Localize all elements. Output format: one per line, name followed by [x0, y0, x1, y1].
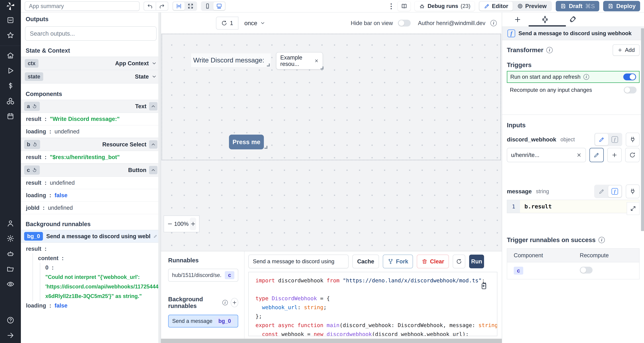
static-mode-button[interactable]	[595, 186, 608, 197]
index-node[interactable]: 0:	[45, 263, 161, 272]
workers-robot-icon[interactable]	[6, 250, 15, 258]
author-info-icon[interactable]: i	[490, 20, 497, 26]
recompute-c-toggle[interactable]	[580, 267, 592, 274]
center-align-button[interactable]	[173, 2, 185, 10]
tab-styling[interactable]	[568, 15, 577, 24]
component-b-header[interactable]: b Resource Select	[21, 138, 161, 151]
code-lines[interactable]: import discordwebhook from "https://deno…	[249, 272, 497, 336]
property-row[interactable]: result:"Write Discord message:"	[21, 113, 161, 125]
component-c-header[interactable]: c Button	[21, 164, 161, 177]
edit-resource-button[interactable]	[590, 148, 604, 162]
resize-handle[interactable]	[320, 66, 324, 70]
copy-code-icon[interactable]	[480, 282, 488, 290]
schedules-icon[interactable]	[6, 112, 15, 120]
property-row[interactable]: result:undefined	[21, 177, 161, 189]
resources-icon[interactable]	[6, 97, 15, 106]
clear-selection-icon[interactable]	[314, 58, 319, 64]
help-icon[interactable]	[6, 316, 15, 324]
tab-insert-component[interactable]	[513, 15, 522, 24]
draft-button[interactable]: Draft ⌘S	[556, 1, 599, 11]
redo-button[interactable]	[156, 2, 168, 10]
tab-editor[interactable]: Editor	[480, 2, 513, 10]
button-component[interactable]: Press me	[229, 134, 264, 149]
mobile-view-button[interactable]	[202, 2, 213, 10]
code-editor[interactable]: import discordwebhook from "https://deno…	[248, 272, 497, 336]
run-button[interactable]: Run	[469, 254, 484, 268]
eval-mode-button[interactable]: f	[608, 134, 621, 145]
deploy-button[interactable]: Deploy	[603, 1, 640, 11]
tab-component-settings[interactable]	[540, 15, 550, 24]
content-node[interactable]: content:	[38, 254, 161, 263]
eval-mode-button[interactable]: f	[608, 186, 621, 197]
transformer-info-icon[interactable]: i	[546, 47, 552, 53]
text-component[interactable]: Write Discord message:	[191, 53, 271, 67]
connect-input-button[interactable]	[626, 133, 640, 146]
property-row[interactable]: jobId:undefined	[21, 202, 161, 214]
trigger-success-info-icon[interactable]: i	[598, 237, 605, 243]
background-runnable-row[interactable]: bg_0 Send a message to discord using web…	[21, 230, 161, 243]
settings-gear-icon[interactable]	[6, 234, 15, 243]
clear-button[interactable]: Clear	[417, 254, 449, 268]
audit-eye-icon[interactable]	[6, 280, 15, 288]
app-canvas[interactable]: Write Discord message: Example resou... …	[161, 34, 502, 251]
refresh-resource-button[interactable]	[625, 148, 640, 162]
chevron-down-icon[interactable]	[152, 61, 157, 66]
frequency-select[interactable]: once	[244, 20, 265, 26]
variables-icon[interactable]	[6, 82, 15, 90]
edit-pencil-icon[interactable]	[154, 234, 158, 238]
windmill-logo-icon[interactable]	[0, 0, 21, 12]
more-menu-button[interactable]: ⋮	[388, 2, 394, 10]
resource-select-component[interactable]: Example resou...	[276, 52, 323, 70]
resource-path-input[interactable]: u/henri/te...	[507, 148, 586, 162]
info-icon[interactable]: i	[584, 74, 589, 80]
apps-icon[interactable]	[6, 16, 15, 24]
users-icon[interactable]	[6, 219, 15, 228]
expand-editor-button[interactable]	[627, 202, 640, 215]
property-row[interactable]: loading:false	[21, 189, 161, 202]
property-row[interactable]: result:"$res:u/henri/testing_bot"	[21, 151, 161, 164]
recompute-toggle[interactable]	[624, 86, 636, 94]
refresh-count-button[interactable]: 1	[216, 17, 238, 30]
undo-button[interactable]	[144, 2, 156, 10]
fullscreen-button[interactable]	[185, 2, 196, 10]
clear-resource-icon[interactable]	[576, 152, 582, 158]
ctx-row[interactable]: ctx App Context	[21, 57, 161, 70]
tab-preview[interactable]: Preview	[513, 2, 551, 10]
collapse-component-c-button[interactable]	[149, 166, 158, 174]
collapse-component-b-button[interactable]	[149, 140, 158, 148]
runnable-name-input[interactable]: Send a message to discord using	[248, 254, 348, 268]
collapse-component-a-button[interactable]	[149, 102, 158, 110]
result-node[interactable]: result:	[21, 244, 161, 254]
static-mode-button[interactable]	[595, 134, 608, 145]
connect-input-button[interactable]	[626, 184, 640, 198]
docs-button[interactable]	[398, 1, 411, 11]
component-a-header[interactable]: a Text	[21, 100, 161, 113]
chevron-down-icon[interactable]	[152, 74, 157, 79]
vertical-scrollbar[interactable]	[641, 28, 644, 231]
debug-runs-button[interactable]: Debug runs (23)	[414, 1, 475, 11]
fork-button[interactable]: Fork	[383, 254, 413, 268]
desktop-view-button[interactable]	[213, 2, 225, 10]
resize-handle[interactable]	[267, 64, 270, 66]
message-expression-editor[interactable]: 1 b.result	[507, 200, 640, 213]
add-resource-button[interactable]	[607, 148, 622, 162]
horizontal-scrollbar[interactable]	[161, 339, 502, 343]
add-transformer-button[interactable]: Add	[613, 44, 640, 56]
folders-icon[interactable]	[6, 264, 15, 273]
add-background-runnable-button[interactable]	[231, 298, 238, 307]
favorites-star-icon[interactable]	[6, 31, 15, 40]
runs-icon[interactable]	[6, 66, 15, 75]
home-icon[interactable]	[6, 51, 15, 60]
run-on-start-toggle[interactable]	[623, 74, 636, 80]
app-summary-input[interactable]: App summary	[25, 1, 140, 11]
zoom-in-button[interactable]	[190, 218, 196, 230]
collapse-arrow-icon[interactable]	[6, 331, 15, 340]
loading-node[interactable]: loading:false	[21, 301, 161, 310]
hide-bar-toggle[interactable]	[398, 20, 411, 26]
property-row[interactable]: loading:undefined	[21, 125, 161, 138]
search-outputs-input[interactable]: Search outputs...	[25, 26, 156, 41]
reload-script-button[interactable]	[453, 254, 465, 268]
zoom-out-button[interactable]	[167, 220, 173, 228]
runnable-item[interactable]: hub/1511/discord/se... c	[168, 269, 238, 282]
cache-button[interactable]: Cache	[352, 254, 379, 268]
